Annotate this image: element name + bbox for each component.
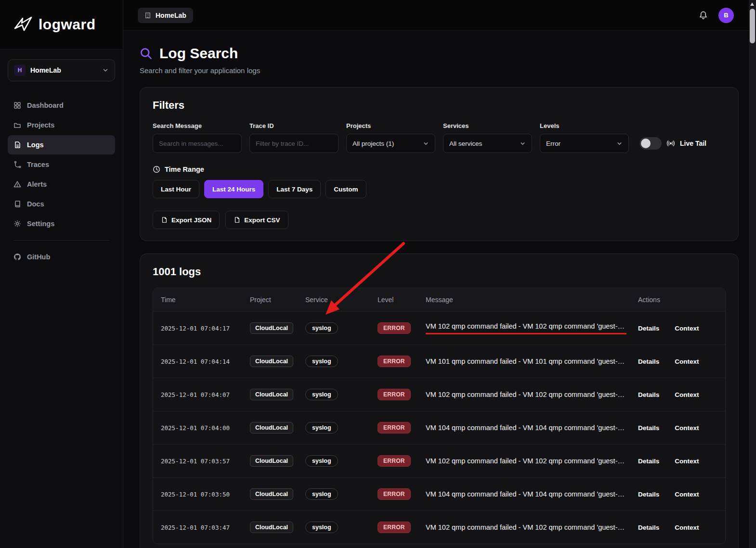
last-hour-button[interactable]: Last Hour [153,180,199,198]
export-csv-label: Export CSV [244,217,280,224]
trace-id-field-group: Trace ID [249,122,339,153]
logs-card: 1001 logs Time Project Service Level Mes… [140,254,739,548]
col-service: Service [305,296,378,304]
level-badge: ERROR [378,356,411,367]
log-file-icon [13,141,21,149]
sidebar-item-label: Dashboard [27,102,64,109]
trace-id-input[interactable] [249,134,339,153]
log-message: VM 102 qmp command failed - VM 102 qmp c… [426,322,626,334]
sidebar: logward H HomeLab Dashboard Projects Log… [0,0,123,548]
table-row[interactable]: 2025-12-01 07:03:47 CloudLocal syslog ER… [153,510,725,544]
chevron-down-icon [520,140,526,147]
page-subtitle: Search and filter your application logs [140,66,739,75]
toggle-knob [641,139,651,148]
project-initial-badge: H [14,64,26,76]
levels-select-value: Error [546,140,560,147]
last-24-hours-button[interactable]: Last 24 Hours [204,180,263,198]
export-csv-button[interactable]: Export CSV [225,211,288,229]
gear-icon [13,220,21,228]
details-button[interactable]: Details [638,491,659,498]
project-selector[interactable]: H HomeLab [8,59,115,81]
row-actions: Details Context [638,325,717,332]
file-export-icon [161,217,168,223]
custom-range-button[interactable]: Custom [326,180,366,198]
scroll-up-icon[interactable] [750,2,754,6]
log-time: 2025-12-01 07:04:17 [161,325,250,332]
log-time: 2025-12-01 07:03:50 [161,491,250,498]
search-message-label: Search Message [153,122,242,129]
log-time: 2025-12-01 07:03:47 [161,524,250,531]
details-button[interactable]: Details [638,458,659,465]
log-time: 2025-12-01 07:03:57 [161,458,250,465]
logo: logward [0,0,123,50]
services-field-group: Services All services [443,122,532,153]
context-button[interactable]: Context [675,424,699,432]
live-tail-toggle[interactable] [639,137,662,150]
scrollbar[interactable] [749,0,756,548]
log-time: 2025-12-01 07:04:14 [161,358,250,365]
user-avatar[interactable]: B [718,8,734,23]
services-select-value: All services [449,140,482,147]
project-badge: CloudLocal [250,455,293,467]
col-project: Project [250,296,305,304]
sidebar-item-label: Settings [27,220,54,228]
details-button[interactable]: Details [638,391,659,398]
book-icon [13,200,21,208]
project-name: HomeLab [30,66,97,74]
sidebar-item-traces[interactable]: Traces [8,155,115,174]
filters-title: Filters [153,99,726,112]
services-select[interactable]: All services [443,134,532,153]
details-button[interactable]: Details [638,358,659,365]
clock-icon [153,166,160,173]
bell-icon[interactable] [699,11,708,20]
table-row[interactable]: 2025-12-01 07:04:17 CloudLocal syslog ER… [153,311,725,344]
project-badge: CloudLocal [250,356,293,367]
levels-select[interactable]: Error [540,134,629,153]
filters-card: Filters Search Message Trace ID Projects… [140,87,739,241]
sidebar-item-dashboard[interactable]: Dashboard [8,96,115,115]
table-row[interactable]: 2025-12-01 07:03:50 CloudLocal syslog ER… [153,477,725,510]
sidebar-item-logs[interactable]: Logs [8,135,115,154]
sidebar-item-projects[interactable]: Projects [8,115,115,135]
trace-id-label: Trace ID [249,122,339,129]
sidebar-item-github[interactable]: GitHub [8,247,115,267]
building-icon [144,12,151,19]
sidebar-item-settings[interactable]: Settings [8,214,115,233]
search-message-input[interactable] [153,134,242,153]
sidebar-item-docs[interactable]: Docs [8,194,115,214]
table-row[interactable]: 2025-12-01 07:04:00 CloudLocal syslog ER… [153,411,725,444]
col-level: Level [378,296,426,304]
project-badge: CloudLocal [250,522,293,533]
export-json-button[interactable]: Export JSON [153,211,220,229]
context-button[interactable]: Context [675,524,699,531]
projects-select[interactable]: All projects (1) [346,134,435,153]
log-message: VM 102 qmp command failed - VM 102 qmp c… [426,391,626,398]
level-badge: ERROR [378,488,411,500]
service-badge: syslog [305,356,338,367]
context-button[interactable]: Context [675,391,699,398]
level-badge: ERROR [378,389,411,400]
details-button[interactable]: Details [638,424,659,432]
sidebar-item-alerts[interactable]: Alerts [8,175,115,194]
details-button[interactable]: Details [638,325,659,332]
trace-branch-icon [13,161,21,168]
context-button[interactable]: Context [675,491,699,498]
table-row[interactable]: 2025-12-01 07:04:14 CloudLocal syslog ER… [153,344,725,378]
table-row[interactable]: 2025-12-01 07:03:57 CloudLocal syslog ER… [153,444,725,477]
table-row[interactable]: 2025-12-01 07:04:07 CloudLocal syslog ER… [153,378,725,411]
log-message: VM 102 qmp command failed - VM 102 qmp c… [426,523,626,531]
last-7-days-button[interactable]: Last 7 Days [268,180,321,198]
chevron-down-icon [102,67,109,74]
topbar-project-chip[interactable]: HomeLab [138,8,193,23]
scrollbar-thumb[interactable] [750,9,755,43]
level-badge: ERROR [378,422,411,433]
live-tail-label: Live Tail [680,140,706,147]
col-actions: Actions [638,296,717,304]
context-button[interactable]: Context [675,325,699,332]
context-button[interactable]: Context [675,458,699,465]
project-badge: CloudLocal [250,322,293,334]
level-badge: ERROR [378,455,411,467]
service-badge: syslog [305,522,338,533]
details-button[interactable]: Details [638,524,659,531]
context-button[interactable]: Context [675,358,699,365]
